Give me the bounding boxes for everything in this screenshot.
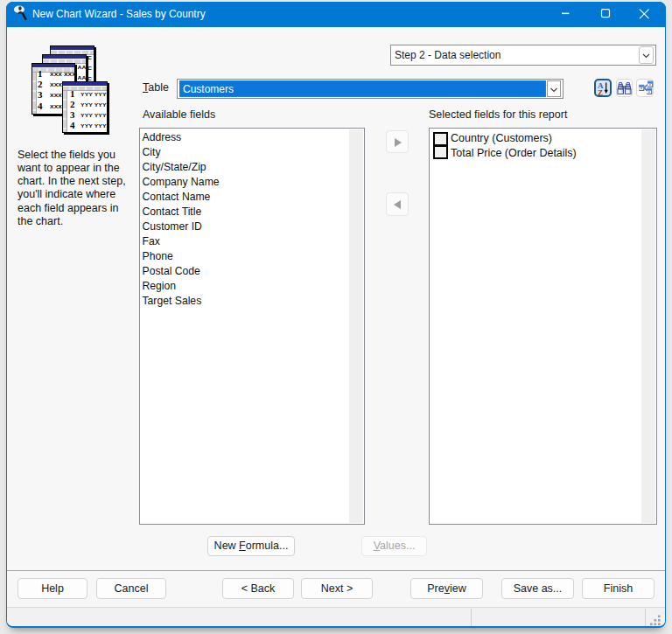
svg-text:Z: Z (598, 88, 603, 95)
